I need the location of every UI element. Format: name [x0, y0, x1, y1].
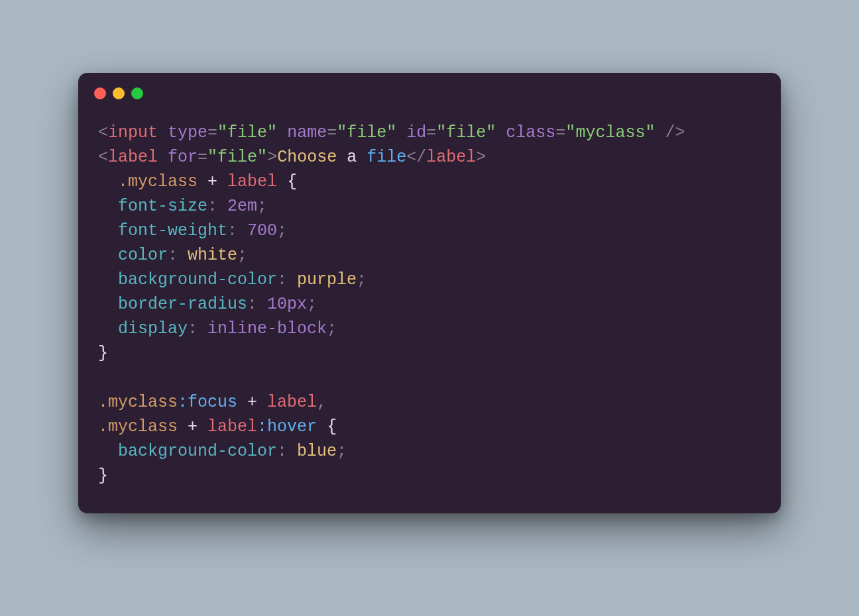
css-rule-2-close: }: [98, 466, 108, 486]
css-rule-1-selector: .myclass + label {: [98, 172, 297, 191]
css-decl: background-color: blue;: [98, 442, 347, 461]
css-decl: color: white;: [98, 246, 247, 265]
css-rule-2-selector-line-2: .myclass + label:hover {: [98, 417, 337, 436]
minimize-dot-icon[interactable]: [113, 87, 125, 99]
css-decl: background-color: purple;: [98, 270, 367, 289]
close-dot-icon[interactable]: [94, 87, 106, 99]
css-rule-1-close: }: [98, 344, 108, 363]
css-decl: font-size: 2em;: [98, 197, 267, 216]
zoom-dot-icon[interactable]: [131, 87, 143, 99]
window-titlebar: [78, 73, 781, 102]
stage: <input type="file" name="file" id="file"…: [0, 0, 859, 616]
css-decl: display: inline-block;: [98, 319, 337, 338]
code-line-1: <input type="file" name="file" id="file"…: [98, 123, 685, 142]
code-block: <input type="file" name="file" id="file"…: [78, 102, 781, 488]
code-line-2: <label for="file">Choose a file</label>: [98, 148, 486, 167]
css-decl: border-radius: 10px;: [98, 295, 317, 314]
css-decl: font-weight: 700;: [98, 221, 287, 240]
code-window: <input type="file" name="file" id="file"…: [78, 73, 781, 513]
css-rule-2-selector-line-1: .myclass:focus + label,: [98, 393, 327, 412]
